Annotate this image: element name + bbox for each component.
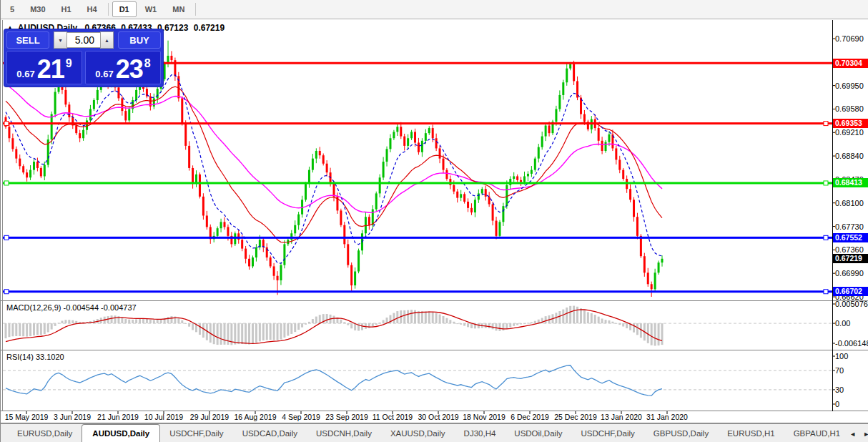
price-tick-label: 0.70690 — [835, 34, 864, 43]
volume-increase-button[interactable]: ▲ — [100, 31, 114, 49]
chart-tab-bar: EURUSD,DailyAUDUSD,DailyUSDCHF,DailyUSDC… — [1, 423, 868, 442]
sell-price-prefix: 0.67 — [16, 67, 34, 82]
tab-scroll-left-icon[interactable]: ◄ — [849, 430, 856, 438]
tab-xauusd-daily[interactable]: XAUUSD,Daily — [381, 426, 455, 442]
trading-terminal-window: 5M30H1H4D1W1MN ▲ AUDUSD,Daily 0.67366 0.… — [0, 0, 868, 442]
macd-tick-label: -0.006148 — [835, 339, 868, 348]
tab-gbpusd-daily[interactable]: GBPUSD,Daily — [644, 426, 718, 442]
volume-input[interactable] — [67, 32, 100, 48]
tab-usdchf-daily[interactable]: USDCHF,Daily — [160, 426, 232, 442]
price-tick-label: 0.69950 — [835, 82, 864, 90]
price-tick-label: 0.68840 — [835, 152, 864, 160]
price-tick-label: 0.67730 — [835, 222, 864, 231]
one-click-trading-panel: SELL ▼ ▲ BUY 0.67 21 9 0.67 23 8 — [4, 29, 163, 87]
sell-button[interactable]: SELL — [6, 31, 49, 49]
hline-price-tag: 0.67552 — [833, 233, 868, 242]
price-tick-label: 0.67360 — [835, 245, 864, 254]
macd-tick-label: 0.00 — [835, 319, 850, 328]
tab-eurusd-h1[interactable]: EURUSD,H1 — [718, 426, 784, 442]
current-price-tag: 0.67219 — [833, 254, 868, 263]
tab-usdcad-daily[interactable]: USDCAD,Daily — [233, 426, 307, 442]
sell-price-main: 21 — [37, 57, 64, 82]
buy-price-pip: 8 — [144, 57, 151, 70]
tab-gbpaud-h1[interactable]: GBPAUD,H1 — [784, 426, 850, 442]
date-tick-label: 31 Jan 2020 — [640, 413, 694, 421]
buy-price-main: 23 — [116, 57, 143, 82]
rsi-tick-label: 30 — [835, 385, 844, 394]
price-tick-label: 0.68100 — [835, 199, 864, 207]
tab-scroll-arrows: ◄► — [849, 430, 868, 438]
buy-price-prefix: 0.67 — [95, 67, 113, 82]
tab-scroll-right-icon[interactable]: ► — [863, 430, 868, 438]
rsi-tick-label: 100 — [835, 352, 848, 360]
tab-usdcnh-daily[interactable]: USDCNH,Daily — [307, 426, 381, 442]
hline-price-tag: 0.69353 — [833, 119, 868, 128]
tab-audusd-daily[interactable]: AUDUSD,Daily — [82, 424, 160, 442]
rsi-tick-label: 70 — [835, 366, 844, 375]
price-tick-label: 0.69580 — [835, 104, 864, 113]
sell-price-pip: 9 — [66, 57, 72, 70]
volume-decrease-button[interactable]: ▼ — [54, 31, 67, 49]
price-tick-label: 0.69210 — [835, 128, 864, 137]
hline-price-tag: 0.66702 — [833, 287, 868, 296]
macd-tick-label: 0.005076 — [835, 300, 868, 308]
hline-price-tag: 0.70304 — [833, 59, 868, 68]
price-tick-label: 0.66990 — [835, 269, 864, 278]
buy-price-box[interactable]: 0.67 23 8 — [85, 51, 161, 84]
hline-price-tag: 0.68413 — [833, 178, 868, 187]
bar-close-value: 0.67219 — [194, 23, 225, 33]
tab-usdoil-daily[interactable]: USDOil,Daily — [505, 426, 571, 442]
tab-dj30-h4[interactable]: DJ30,H4 — [455, 426, 505, 442]
macd-indicator-label: MACD(12,26,9) -0.004544 -0.004737 — [6, 303, 137, 312]
rsi-tick-label: 0 — [835, 400, 839, 408]
buy-button[interactable]: BUY — [118, 31, 161, 49]
sell-price-box[interactable]: 0.67 21 9 — [6, 51, 82, 84]
tab-usdchf-daily-2[interactable]: USDCHF,Daily — [571, 426, 643, 442]
tab-eurusd-daily[interactable]: EURUSD,Daily — [8, 426, 82, 442]
rsi-indicator-label: RSI(14) 33.1020 — [6, 353, 64, 361]
